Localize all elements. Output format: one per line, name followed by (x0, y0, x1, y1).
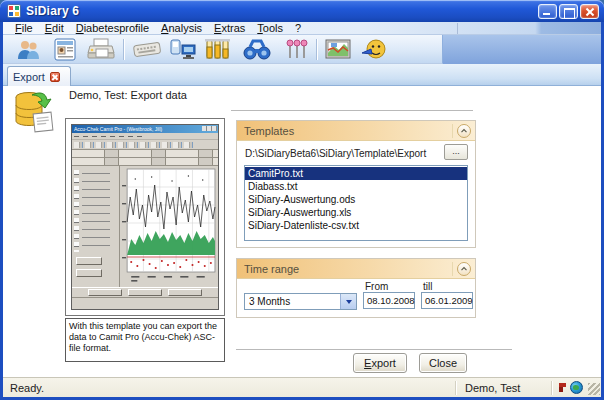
header-separator (452, 124, 453, 138)
export-page: Demo, Test: Export data Accu-Chek Camit … (3, 86, 601, 377)
menu-band-divider (457, 23, 458, 34)
binoculars-trend-icon[interactable] (242, 37, 272, 62)
preview-body (72, 166, 218, 287)
menu-bar: File Edit Diabetesprofile Analysis Extra… (3, 22, 601, 35)
preview-checkbox-list (72, 166, 120, 287)
preview-window: Accu-Chek Camit Pro - (Westbrook, Jill) (71, 124, 219, 310)
list-item[interactable]: SiDiary-Auswertung.xls (245, 206, 467, 219)
status-flag-icon (559, 383, 563, 392)
close-dialog-button[interactable]: Close (419, 353, 467, 373)
keyboard-entry-icon[interactable] (132, 37, 162, 62)
browse-button[interactable]: ... (444, 144, 468, 160)
title-bar: SiDiary 6 (0, 0, 604, 22)
markers-icon[interactable] (282, 37, 312, 62)
preview-menubar (72, 133, 218, 140)
app-icon (7, 4, 21, 18)
menu-help[interactable]: ? (289, 22, 307, 34)
tab-export-label: Export (13, 71, 45, 83)
from-date-input[interactable]: 08.10.2008 (363, 292, 415, 309)
resize-grip[interactable] (588, 383, 600, 395)
chevron-up-icon (459, 264, 469, 274)
time-range-panel-header: Time range (237, 259, 475, 279)
close-button[interactable] (580, 4, 599, 19)
profile-card-icon[interactable] (50, 37, 80, 62)
preview-button-row (72, 287, 218, 297)
status-text: Ready. (10, 382, 44, 394)
screenshot-root: SiDiary 6 File Edit Diabetesprofile Anal… (0, 0, 604, 400)
status-bar: Ready. Demo, Test (3, 377, 601, 397)
status-separator (455, 381, 456, 395)
collapse-time-range-button[interactable] (457, 262, 471, 276)
list-item[interactable]: CamitPro.txt (245, 167, 467, 180)
print-icon[interactable] (86, 37, 116, 62)
status-user: Demo, Test (465, 382, 520, 394)
chevron-down-icon (346, 300, 352, 304)
preview-toolbar (72, 140, 218, 150)
window-title: SiDiary 6 (26, 4, 79, 18)
menu-diabetesprofile[interactable]: Diabetesprofile (70, 22, 155, 34)
template-preview-image: Accu-Chek Camit Pro - (Westbrook, Jill) (65, 118, 225, 316)
statistics-icon[interactable] (323, 37, 353, 62)
preview-tabs (72, 158, 218, 166)
online-globe-icon (570, 381, 583, 394)
menu-analysis[interactable]: Analysis (155, 22, 208, 34)
preview-button (76, 269, 102, 277)
templates-panel-header: Templates (237, 121, 475, 141)
time-range-panel: Time range 3 Months From 08.10.2008 till… (236, 258, 476, 318)
app-window: SiDiary 6 File Edit Diabetesprofile Anal… (0, 0, 604, 400)
lab-values-icon[interactable] (202, 37, 232, 62)
header-separator (452, 262, 453, 276)
template-file-list[interactable]: CamitPro.txt Diabass.txt SiDiary-Auswert… (244, 165, 468, 241)
status-separator (551, 381, 552, 395)
dropdown-button[interactable] (340, 294, 356, 309)
time-range-panel-title: Time range (244, 263, 452, 275)
toolbar (3, 35, 601, 64)
list-item[interactable]: Diabass.txt (245, 180, 467, 193)
preview-tabs (72, 150, 218, 158)
export-data-icon (12, 89, 58, 135)
preview-window-title: Accu-Chek Camit Pro - (Westbrook, Jill) (72, 125, 218, 133)
menu-edit[interactable]: Edit (39, 22, 70, 34)
minimize-button[interactable] (538, 4, 557, 19)
header-rule (231, 110, 473, 112)
tab-export[interactable]: Export (7, 66, 71, 86)
from-label: From (365, 281, 388, 292)
template-description: With this template you can export the da… (65, 318, 225, 362)
tab-strip: Export (3, 64, 601, 86)
preview-statusbar (72, 297, 218, 303)
preview-button (76, 257, 102, 265)
menu-file[interactable]: File (9, 22, 39, 34)
toolbar-separator (316, 39, 317, 60)
template-path: D:\SiDiaryBeta6\SiDiary\Template\Export (245, 148, 426, 159)
export-button[interactable]: Export (353, 353, 407, 373)
page-title: Demo, Test: Export data (69, 89, 187, 101)
toolbar-separator (123, 39, 124, 60)
chevron-up-icon (459, 126, 469, 136)
preview-chart (120, 166, 218, 287)
list-item[interactable]: SiDiary-Auswertung.ods (245, 193, 467, 206)
menu-extras[interactable]: Extras (208, 22, 251, 34)
time-range-select[interactable]: 3 Months (244, 293, 357, 310)
templates-panel-title: Templates (244, 125, 452, 137)
button-separator-rule (236, 349, 512, 351)
time-range-selected-value: 3 Months (245, 296, 340, 307)
maximize-button[interactable] (559, 4, 578, 19)
patients-icon[interactable] (14, 37, 44, 62)
device-import-icon[interactable] (168, 37, 198, 62)
menu-tools[interactable]: Tools (251, 22, 289, 34)
templates-panel: Templates D:\SiDiaryBeta6\SiDiary\Templa… (236, 120, 476, 248)
till-date-input[interactable]: 06.01.2009 (421, 292, 473, 309)
collapse-templates-button[interactable] (457, 124, 471, 138)
list-item[interactable]: SiDiary-Datenliste-csv.txt (245, 219, 467, 232)
till-label: till (423, 281, 432, 292)
feedback-smiley-icon[interactable] (359, 37, 389, 62)
tab-close-icon[interactable] (50, 72, 60, 82)
